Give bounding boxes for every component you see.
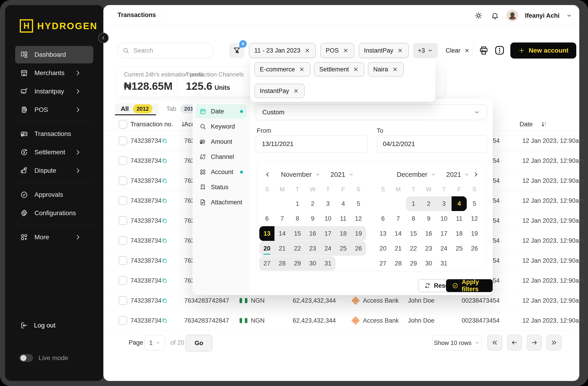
close-icon[interactable] [342,47,349,54]
calendar-day[interactable]: 30 [421,256,436,271]
more-chips-button[interactable]: +3 [413,43,438,58]
search-input[interactable] [133,47,202,54]
filter-menu-item-status[interactable]: Status [196,180,247,194]
sidebar-item-configurations[interactable]: Configurations [15,204,93,222]
filter-chip[interactable]: InstantPay [359,43,409,58]
filter-chip[interactable]: Naira [368,62,403,77]
close-icon[interactable] [293,88,299,94]
calendar-day[interactable]: 24 [436,241,452,256]
calendar-day[interactable]: 6 [259,211,274,226]
row-checkbox[interactable] [119,276,127,285]
calendar-day[interactable]: 22 [406,241,421,256]
row-checkbox[interactable] [119,316,127,325]
calendar-day[interactable]: 29 [290,256,305,271]
calendar-day[interactable]: 5 [351,196,366,211]
filter-menu-item-keyword[interactable]: Keyword [196,119,247,134]
calendar-day[interactable]: 5 [467,196,482,211]
year-select[interactable]: 2021 [446,171,470,178]
copy-icon[interactable] [161,178,168,184]
next-page-button[interactable] [527,335,542,350]
close-icon[interactable] [353,66,359,73]
calendar-day[interactable]: 24 [320,241,336,256]
calendar-day[interactable]: 4 [336,196,351,211]
calendar-day[interactable]: 19 [351,226,366,241]
tab-all[interactable]: All 2012 [115,103,158,114]
theme-button[interactable] [473,11,483,21]
close-icon[interactable] [392,66,398,73]
calendar-day[interactable]: 8 [290,211,305,226]
sidebar-collapse-button[interactable] [98,33,109,43]
previous-month-button[interactable] [263,170,272,179]
calendar-day[interactable]: 14 [390,226,406,241]
calendar-day[interactable]: 11 [336,211,351,226]
calendar-day[interactable]: 20 [375,241,390,256]
go-button[interactable]: Go [186,335,212,351]
filter-chip[interactable]: 11 - 23 Jan 2023 [249,43,316,58]
calendar-day[interactable]: 1 [290,196,305,211]
calendar-day[interactable]: 15 [406,226,421,241]
column-header-date[interactable]: Date [520,121,533,128]
calendar-day[interactable]: 21 [274,241,290,256]
next-month-button[interactable] [472,170,480,179]
filter-menu-item-channel[interactable]: Channel [196,150,247,164]
copy-icon[interactable] [161,297,168,304]
calendar-day[interactable]: 26 [467,241,482,256]
calendar-day[interactable]: 9 [305,211,320,226]
calendar-day[interactable]: 16 [421,226,436,241]
previous-page-button[interactable] [507,335,522,350]
row-checkbox[interactable] [119,256,127,265]
column-header-transaction-no[interactable]: Transaction no. [130,121,173,128]
copy-icon[interactable] [161,158,168,164]
copy-icon[interactable] [161,237,168,244]
sidebar-item-more[interactable]: More [15,228,93,246]
row-checkbox[interactable] [119,196,127,205]
row-checkbox[interactable] [119,216,127,225]
calendar-day[interactable]: 7 [274,211,290,226]
row-checkbox[interactable] [119,136,127,145]
calendar-day[interactable]: 31 [320,256,336,271]
calendar-day[interactable]: 23 [421,241,436,256]
copy-icon[interactable] [161,257,168,264]
sort-icon[interactable] [540,120,548,128]
new-account-button[interactable]: New account [510,42,576,59]
filter-menu-item-date[interactable]: Date [196,104,247,119]
filter-menu-item-account[interactable]: Account [196,165,247,179]
copy-icon[interactable] [161,138,168,144]
calendar-day[interactable]: 26 [351,241,366,256]
first-page-button[interactable] [487,335,502,350]
user-menu-chevron-icon[interactable] [566,12,572,19]
close-icon[interactable] [299,66,305,73]
sidebar-item-dashboard[interactable]: Dashboard [15,46,93,63]
copy-icon[interactable] [161,198,168,204]
print-button[interactable] [479,45,489,56]
logout-button[interactable]: Log out [20,322,55,329]
row-checkbox[interactable] [119,236,127,245]
month-select[interactable]: November [281,171,320,178]
calendar-day[interactable]: 13 [259,226,274,241]
calendar-day[interactable]: 16 [305,226,320,241]
calendar-day[interactable]: 11 [452,211,467,226]
calendar-day[interactable]: 4 [452,196,467,211]
year-select[interactable]: 2021 [331,171,354,178]
filter-menu-item-attachment[interactable]: Attachment [196,195,247,209]
avatar[interactable] [506,10,518,21]
calendar-day[interactable]: 21 [390,241,406,256]
filter-chip[interactable]: InstantPay [254,84,305,98]
calendar-day[interactable]: 7 [390,211,406,226]
calendar-day[interactable]: 30 [305,256,320,271]
calendar-day[interactable]: 22 [290,241,305,256]
calendar-day[interactable]: 18 [452,226,467,241]
close-icon[interactable] [397,47,403,54]
calendar-day[interactable]: 17 [436,226,452,241]
select-all-checkbox[interactable] [119,120,127,129]
calendar-day[interactable]: 29 [406,256,421,271]
from-date-input[interactable] [256,136,368,152]
calendar-day[interactable]: 12 [467,211,482,226]
notifications-button[interactable] [490,11,500,21]
calendar-day[interactable]: 19 [467,226,482,241]
calendar-day[interactable]: 13 [375,226,390,241]
calendar-day[interactable]: 28 [390,256,406,271]
calendar-day[interactable]: 20 [259,241,274,256]
calendar-day[interactable]: 25 [336,241,351,256]
copy-icon[interactable] [161,277,168,284]
